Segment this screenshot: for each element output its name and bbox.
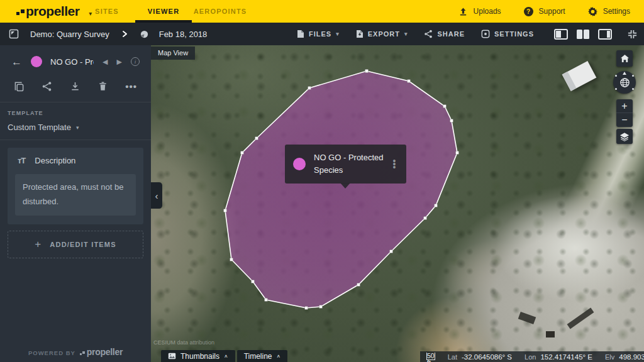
uploads-label: Uploads (474, 7, 501, 16)
text-field-icon: тT (18, 156, 25, 165)
kebab-menu-icon[interactable]: ••• (390, 160, 399, 169)
nogo-polygon[interactable] (225, 71, 457, 308)
map-scale-bar: 50 ft (426, 353, 435, 360)
layers-button[interactable] (616, 129, 633, 144)
sidebar-collapse-handle[interactable]: ‹ (151, 182, 162, 209)
powered-by-brand: propeller (87, 347, 123, 357)
top-tabs: SITES VIEWER AEROPOINTS (79, 0, 248, 23)
layout-left-panel-icon[interactable] (554, 29, 568, 40)
next-annotation-icon[interactable]: ▶ (117, 58, 122, 66)
powered-by-label: POWERED BY (28, 349, 75, 356)
description-label: Description (35, 156, 75, 165)
chevron-down-icon: ▾ (76, 124, 79, 131)
download-icon[interactable] (70, 81, 80, 92)
dataset-breadcrumb: Demo: Quarry Survey Feb 18, 2018 (9, 29, 207, 39)
add-edit-items-label: ADD/EDIT ITEMS (50, 241, 116, 248)
annotation-tooltip[interactable]: NO GO - Protected Species ••• (285, 145, 406, 184)
elv-label: Elv (605, 353, 614, 361)
viewer-actions: FILES ▾ EXPORT ▾ SHARE SETTINGS (297, 29, 638, 40)
share-icon (424, 30, 433, 38)
collapse-map-icon[interactable] (9, 29, 19, 39)
chevron-up-icon: ∧ (277, 354, 281, 359)
files-button[interactable]: FILES ▾ (297, 30, 340, 38)
trash-icon[interactable] (97, 81, 108, 92)
description-header: тT Description (8, 148, 143, 173)
file-icon (297, 30, 304, 38)
plus-icon: + (35, 238, 42, 251)
back-arrow-icon[interactable]: ← (11, 57, 22, 67)
template-dropdown[interactable]: Custom Template ▾ (8, 123, 143, 132)
layout-split-icon[interactable] (576, 29, 590, 40)
bottom-panel-tabs: Thumbnails ∧ Timeline ∧ (161, 350, 287, 362)
dataset-date[interactable]: Feb 18, 2018 (159, 30, 208, 39)
question-icon: ? (524, 7, 533, 16)
divider (0, 140, 151, 140)
zoom-out-button[interactable]: − (616, 113, 633, 127)
annotation-color-dot[interactable] (31, 56, 42, 67)
layout-right-panel-icon[interactable] (598, 29, 612, 40)
description-panel: тT Description Protected area, must not … (8, 148, 143, 224)
map-attribution[interactable]: CESIUM data attribution (153, 339, 214, 346)
annotation-sidebar: ← NO GO - Prote... ◀ ▶ i ••• TEMPLATE (0, 45, 151, 362)
tab-sites[interactable]: SITES (79, 0, 135, 23)
duplicate-icon[interactable] (14, 81, 25, 92)
image-icon (168, 353, 176, 359)
settings-square-icon (481, 30, 490, 38)
viewer-settings-button[interactable]: SETTINGS (481, 30, 534, 38)
timeline-tab[interactable]: Timeline ∧ (237, 350, 288, 362)
gear-icon (588, 7, 597, 16)
home-icon (620, 54, 630, 63)
layers-icon (619, 132, 630, 141)
exit-fullscreen-icon[interactable] (627, 29, 638, 40)
annotation-toolbar: ••• (0, 76, 151, 102)
lat-label: Lat (448, 353, 457, 361)
share-icon[interactable] (42, 81, 52, 92)
template-section: TEMPLATE Custom Template ▾ (0, 102, 151, 140)
description-text-field[interactable]: Protected area, must not be disturbed. (15, 174, 136, 216)
lat-value: -32.0645086° S (462, 353, 512, 361)
zoom-controls: + − (616, 99, 633, 127)
top-actions: Uploads ? Support Settings (458, 7, 630, 16)
elv-value: 498.903 ft (619, 353, 644, 361)
settings-label: Settings (603, 7, 630, 16)
compass-button[interactable] (613, 71, 636, 94)
chevron-down-icon: ▾ (404, 31, 408, 37)
add-edit-items-button[interactable]: + ADD/EDIT ITEMS (8, 231, 143, 258)
uploads-button[interactable]: Uploads (458, 7, 501, 16)
file-export-icon (356, 30, 364, 38)
thumbnails-tab[interactable]: Thumbnails ∧ (161, 350, 235, 362)
chevron-down-icon: ▾ (336, 31, 340, 37)
thumbnails-label: Thumbnails (180, 352, 219, 361)
top-navigation-bar: propeller ▾ SITES VIEWER AEROPOINTS Uplo… (0, 0, 644, 23)
tab-viewer[interactable]: VIEWER (135, 0, 192, 23)
share-label: SHARE (437, 30, 465, 38)
map-canvas[interactable]: Map View ‹ NO GO - Protected Species •••… (151, 45, 644, 362)
upload-icon (458, 7, 468, 16)
elevation-readout: Elv 498.903 ft (605, 353, 644, 361)
settings-button[interactable]: Settings (588, 7, 630, 16)
support-label: Support (539, 7, 565, 16)
aerial-building (562, 61, 597, 91)
aerial-machinery (567, 308, 594, 329)
annotation-tooltip-title: NO GO - Protected Species (314, 151, 390, 177)
annotation-color-dot (293, 158, 306, 170)
longitude-readout: Lon 152.4174145° E (525, 353, 592, 361)
info-icon[interactable]: i (131, 57, 140, 66)
chevron-right-icon (121, 30, 128, 38)
previous-annotation-icon[interactable]: ◀ (103, 58, 108, 66)
support-button[interactable]: ? Support (524, 7, 565, 16)
annotation-title: NO GO - Prote... (50, 57, 94, 67)
chevron-up-icon: ∧ (224, 354, 228, 359)
zoom-in-button[interactable]: + (616, 99, 633, 113)
map-controls: + − (614, 50, 635, 144)
globe-icon (619, 77, 630, 88)
export-button[interactable]: EXPORT ▾ (356, 30, 408, 38)
files-label: FILES (309, 30, 331, 38)
timeline-label: Timeline (244, 352, 272, 361)
home-view-button[interactable] (616, 50, 633, 67)
annotation-header: ← NO GO - Prote... ◀ ▶ i (0, 45, 151, 76)
more-options-icon[interactable]: ••• (125, 81, 137, 92)
site-name[interactable]: Demo: Quarry Survey (30, 30, 109, 39)
tab-aeropoints[interactable]: AEROPOINTS (192, 0, 248, 23)
share-button[interactable]: SHARE (424, 30, 465, 38)
